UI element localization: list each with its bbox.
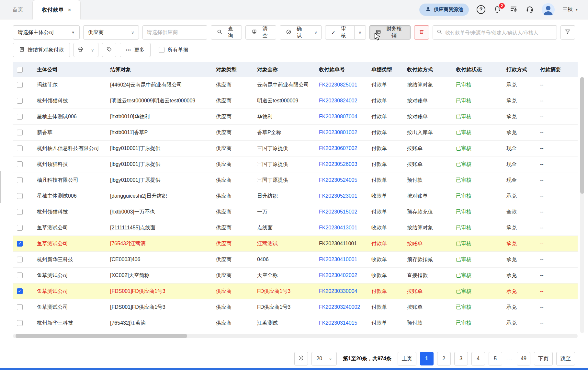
- row-checkbox[interactable]: [17, 209, 23, 215]
- table-row[interactable]: 鱼草测试公司[FDS001]FD供应商1号3供应商FD供应商1号3FK20230…: [13, 299, 578, 315]
- all-documents-checkbox[interactable]: [159, 47, 164, 53]
- more-button[interactable]: ••• 更多: [120, 43, 151, 57]
- table-row[interactable]: 杭州新华三科技[765432]江蓠滴供应商江蓠测试FK20230314015付款…: [13, 315, 578, 331]
- row-checkbox[interactable]: [17, 82, 23, 88]
- audit-button[interactable]: ✓ 审核: [325, 25, 355, 40]
- supplier-input[interactable]: [143, 29, 207, 35]
- row-checkbox[interactable]: [17, 98, 23, 104]
- vertical-scrollbar-thumb[interactable]: [580, 77, 584, 194]
- order-number-link[interactable]: FK20230824002: [319, 98, 357, 103]
- supplier-pool-button[interactable]: 供应商资源池: [419, 4, 469, 16]
- order-number-link[interactable]: FK20230413001: [319, 225, 357, 230]
- row-checkbox[interactable]: [17, 257, 23, 262]
- order-search-input[interactable]: [445, 29, 553, 36]
- page-button-1[interactable]: 1: [420, 352, 434, 365]
- cell-summary: --: [537, 193, 578, 199]
- cell-settlement: [765432]江蓠滴: [107, 320, 213, 327]
- row-checkbox[interactable]: [17, 177, 23, 183]
- row-checkbox[interactable]: [17, 225, 23, 231]
- next-page-button[interactable]: 下页: [534, 352, 553, 365]
- query-button[interactable]: 查询: [211, 25, 242, 40]
- table-row[interactable]: 玛丝菲尔[446024]云南昆中药业有限公司供应商云南昆中药业有限公司FK202…: [13, 77, 578, 93]
- confirm-button[interactable]: 确认: [280, 25, 311, 40]
- row-checkbox[interactable]: [17, 161, 23, 167]
- order-number-link[interactable]: FK202303240002: [319, 304, 360, 310]
- table-settings-button[interactable]: [294, 352, 308, 365]
- page-size-select[interactable]: 20 ∨: [311, 352, 337, 365]
- row-checkbox[interactable]: [17, 130, 23, 135]
- status-badge: 已审核: [456, 257, 471, 262]
- tab-payment-orders[interactable]: 收付款单 ×: [32, 0, 81, 19]
- page-button-last[interactable]: 49: [517, 352, 530, 365]
- horizontal-scrollbar[interactable]: [13, 334, 578, 338]
- delete-button[interactable]: [414, 25, 429, 40]
- row-checkbox[interactable]: [17, 114, 23, 120]
- page-button-4[interactable]: 4: [471, 352, 485, 365]
- order-number-link[interactable]: FK20230314015: [319, 320, 357, 326]
- page-button-5[interactable]: 5: [489, 352, 502, 365]
- pay-by-settlement-button[interactable]: 按结算对象付款: [13, 43, 70, 57]
- filter-button[interactable]: [560, 25, 575, 40]
- audit-dropdown-button[interactable]: ∨: [355, 25, 366, 40]
- clear-button[interactable]: 清空: [245, 25, 276, 40]
- row-checkbox[interactable]: [17, 272, 23, 278]
- order-number-link[interactable]: FK20230523001: [319, 193, 357, 199]
- order-number-link[interactable]: FK20230330004: [319, 288, 357, 294]
- close-tab-icon[interactable]: ×: [68, 6, 71, 14]
- user-menu[interactable]: 三秋 ▼: [562, 6, 578, 13]
- order-number-link[interactable]: FK20230402002: [319, 272, 357, 278]
- prev-page-button[interactable]: 上页: [398, 352, 416, 365]
- table-row[interactable]: 杭州柚凡信息科技有限公司[lbgy010001]丁原提供供应商三国丁原提供FK2…: [13, 141, 578, 156]
- cell-object-fullname: 点线面: [254, 225, 316, 231]
- order-number-link[interactable]: FK20230410001: [319, 257, 357, 262]
- object-type-select[interactable]: 供应商 ∨: [83, 25, 139, 40]
- table-row[interactable]: 鱼草测试公司[FDS001]FD供应商1号3供应商FD供应商1号3FK20230…: [13, 283, 578, 299]
- page-button-3[interactable]: 3: [454, 352, 468, 365]
- row-checkbox[interactable]: [17, 145, 23, 151]
- tag-button[interactable]: [102, 43, 116, 57]
- col-header-settlement: 结算对象: [107, 66, 213, 73]
- select-all-checkbox[interactable]: [17, 67, 23, 73]
- order-number-link[interactable]: FK20230524005: [319, 177, 357, 183]
- help-icon[interactable]: ?: [477, 5, 485, 14]
- row-checkbox[interactable]: [17, 288, 23, 294]
- row-checkbox[interactable]: [17, 193, 23, 199]
- order-number-link[interactable]: FK20230411001: [319, 241, 357, 246]
- order-number-link[interactable]: FK20230607002: [319, 145, 357, 151]
- order-number-link[interactable]: FK20230515002: [319, 209, 357, 214]
- row-checkbox[interactable]: [17, 304, 23, 310]
- notification-bell-icon[interactable]: 2: [493, 6, 502, 14]
- company-select[interactable]: 请选择主体公司 ▼: [13, 25, 80, 40]
- table-row[interactable]: 星柚主体测试006[hxtb0010]华德利供应商华德利FK2023080700…: [13, 109, 578, 125]
- avatar[interactable]: [542, 3, 555, 16]
- cell-doc-type: 付款单: [368, 145, 404, 152]
- row-checkbox[interactable]: [17, 320, 23, 326]
- table-row[interactable]: 新香草[hxtb0011]香草P供应商香草P全称FK20230801002付款单…: [13, 125, 578, 141]
- order-number-link[interactable]: FK20230825001: [319, 82, 357, 87]
- jump-to-button[interactable]: 跳至: [556, 352, 575, 365]
- table-row[interactable]: 杭州领猫科技[明道云test000009]明道云test000009供应商明道云…: [13, 93, 578, 109]
- print-dropdown-button[interactable]: ∨: [87, 43, 98, 57]
- all-documents-toggle[interactable]: 所有单据: [159, 47, 188, 53]
- table-row[interactable]: 鱼草测试公司[XC002]天空简称供应商天空全称FK20230402002收款单…: [13, 268, 578, 283]
- print-button[interactable]: [74, 43, 87, 57]
- page-button-2[interactable]: 2: [437, 352, 451, 365]
- vertical-scrollbar[interactable]: [580, 77, 584, 333]
- support-headset-icon[interactable]: [526, 5, 534, 15]
- table-row[interactable]: 柚凡科技有限公司[lbgy010001]丁原提供供应商三国丁原提供FK20230…: [13, 172, 578, 188]
- tab-home[interactable]: 首页: [3, 0, 32, 19]
- table-row[interactable]: 星柚主体测试006[dangguiceshi2]日升纺织供应商日升纺织FK202…: [13, 188, 578, 204]
- order-number-link[interactable]: FK20230801002: [319, 130, 357, 135]
- table-row[interactable]: 鱼草测试公司[765432]江蓠滴供应商江蓠测试FK20230411001付款单…: [13, 236, 578, 252]
- row-checkbox[interactable]: [17, 241, 23, 247]
- order-number-link[interactable]: FK20230807004: [319, 114, 357, 119]
- cell-object-fullname: FD供应商1号3: [254, 304, 316, 311]
- approval-flow-icon[interactable]: [509, 5, 518, 15]
- table-row[interactable]: 杭州新华三科技[CE0003]406供应商0406FK20230410001收款…: [13, 252, 578, 268]
- table-row[interactable]: 杭州领猫科技[lbgy010001]丁原提供供应商三国丁原提供FK2023052…: [13, 156, 578, 172]
- table-row[interactable]: 杭州领猫科技[hxtb0003]一万不也供应商一万FK20230515002付款…: [13, 204, 578, 220]
- confirm-dropdown-button[interactable]: ∨: [310, 25, 322, 40]
- table-row[interactable]: 鱼草测试公司[2111111455]点线面供应商点线面FK20230413001…: [13, 220, 578, 236]
- horizontal-scrollbar-thumb[interactable]: [16, 334, 187, 338]
- order-number-link[interactable]: FK20230526003: [319, 161, 357, 167]
